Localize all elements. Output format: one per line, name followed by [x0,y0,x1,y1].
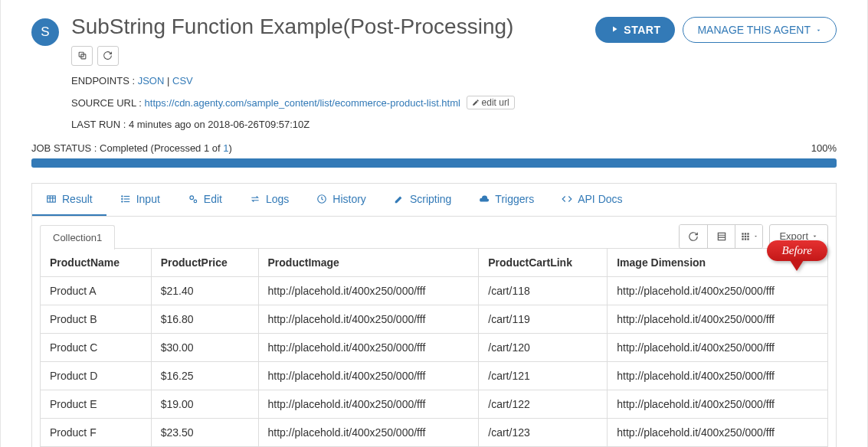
svg-rect-19 [745,233,746,234]
table-cell: $16.80 [151,305,258,333]
page-title: SubString Function Example(Post-Processi… [71,14,595,40]
code-icon [562,194,572,204]
table-cell: http://placehold.it/400x250/000/fff [608,418,828,446]
svg-point-10 [121,198,122,199]
svg-rect-22 [745,235,746,237]
table-header[interactable]: ProductName [41,248,152,276]
copy-icon[interactable] [71,46,93,66]
table-header[interactable]: ProductPrice [151,248,258,276]
job-status-label: JOB STATUS : [31,142,97,154]
svg-rect-21 [742,235,743,237]
caret-down-icon [815,24,822,36]
svg-rect-25 [745,238,746,240]
main-tabs: Result Input Edit Logs History Scripting [32,184,836,217]
avatar: S [31,18,59,46]
table-cell: $30.00 [151,333,258,361]
endpoints-label: ENDPOINTS : [71,75,135,86]
before-callout: Before [767,240,827,271]
last-run-value: 4 minutes ago on 2018-06-26T09:57:10Z [129,119,310,130]
table-cell: /cart/121 [479,361,608,390]
svg-rect-15 [718,233,725,240]
svg-rect-18 [742,233,743,234]
tab-scripting[interactable]: Scripting [380,184,465,216]
endpoint-json-link[interactable]: JSON [138,75,165,86]
progress-percent: 100% [811,142,837,154]
table-row: Product A$21.40http://placehold.it/400x2… [41,276,828,305]
table-cell: Product A [41,276,152,305]
table-cell: http://placehold.it/400x250/000/fff [258,276,479,305]
table-row: Product D$16.25http://placehold.it/400x2… [41,361,828,390]
gears-icon [188,194,198,204]
svg-point-11 [121,201,122,202]
table-cell: http://placehold.it/400x250/000/fff [258,333,479,361]
tab-edit[interactable]: Edit [174,184,236,216]
table-cell: http://placehold.it/400x250/000/fff [258,305,479,333]
table-header[interactable]: ProductCartLink [479,248,608,276]
svg-point-13 [194,200,196,203]
cloud-icon [479,194,490,204]
svg-rect-23 [747,235,748,237]
table-cell: $19.00 [151,390,258,418]
svg-point-9 [121,196,122,197]
svg-rect-26 [747,238,748,240]
pencil-icon [394,194,405,204]
detail-view-button[interactable] [707,225,735,248]
reload-button[interactable] [680,225,707,248]
table-cell: http://placehold.it/400x250/000/fff [608,333,828,361]
table-cell: Product B [41,305,152,333]
table-cell: http://placehold.it/400x250/000/fff [258,361,479,390]
clock-icon [316,194,327,204]
table-row: Product C$30.00http://placehold.it/400x2… [41,333,828,361]
collection-tab[interactable]: Collection1 [40,225,115,250]
refresh-icon[interactable] [97,46,119,66]
table-cell: $21.40 [151,276,258,305]
table-cell: http://placehold.it/400x250/000/fff [608,276,828,305]
play-icon [610,24,619,36]
table-header[interactable]: ProductImage [258,248,479,276]
svg-point-12 [190,196,194,200]
edit-url-button[interactable]: edit url [467,96,515,109]
table-cell: /cart/119 [479,305,608,333]
table-cell: /cart/118 [479,276,608,305]
manage-agent-button[interactable]: MANAGE THIS AGENT [683,17,837,43]
grid-view-button[interactable] [735,225,762,248]
tab-apidocs[interactable]: API Docs [548,184,636,216]
table-row: Product F$23.50http://placehold.it/400x2… [41,418,828,446]
table-cell: Product D [41,361,152,390]
table-cell: http://placehold.it/400x250/000/fff [258,390,479,418]
table-cell: $16.25 [151,361,258,390]
table-icon [46,194,57,204]
table-row: Product B$16.80http://placehold.it/400x2… [41,305,828,333]
endpoint-csv-link[interactable]: CSV [172,75,193,86]
progress-bar [31,158,837,168]
table-cell: Product C [41,333,152,361]
job-status-value: Completed (Processed 1 of [100,142,223,154]
table-cell: Product F [41,418,152,446]
last-run-label: LAST RUN : [71,119,126,130]
table-cell: Product E [41,390,152,418]
svg-rect-20 [747,233,748,234]
tab-input[interactable]: Input [106,184,174,216]
source-url-link[interactable]: https://cdn.agenty.com/sample_content/li… [145,97,460,109]
table-row: Product E$19.00http://placehold.it/400x2… [41,390,828,418]
results-table: ProductNameProductPriceProductImageProdu… [40,248,828,447]
table-cell: http://placehold.it/400x250/000/fff [608,305,828,333]
table-cell: http://placehold.it/400x250/000/fff [608,390,828,418]
table-cell: http://placehold.it/400x250/000/fff [258,418,479,446]
svg-rect-24 [742,238,743,240]
tab-triggers[interactable]: Triggers [465,184,548,216]
start-button[interactable]: START [595,17,675,43]
exchange-icon [250,194,260,204]
list-icon [120,194,131,204]
tab-result[interactable]: Result [32,184,106,216]
table-cell: http://placehold.it/400x250/000/fff [608,361,828,390]
table-cell: /cart/122 [479,390,608,418]
tab-history[interactable]: History [303,184,380,216]
table-cell: $23.50 [151,418,258,446]
table-cell: /cart/123 [479,418,608,446]
table-cell: /cart/120 [479,333,608,361]
svg-rect-2 [47,196,56,202]
tab-logs[interactable]: Logs [236,184,303,216]
source-url-label: SOURCE URL : [71,97,142,109]
